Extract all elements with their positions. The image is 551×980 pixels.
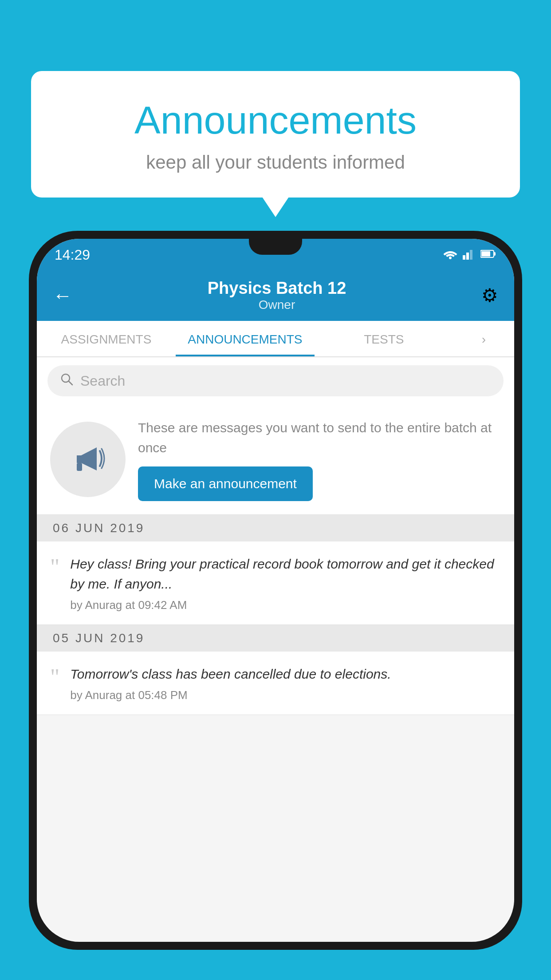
announcement-item-1[interactable]: " Hey class! Bring your practical record… — [37, 541, 514, 625]
svg-rect-6 — [494, 252, 496, 256]
tab-bar: ASSIGNMENTS ANNOUNCEMENTS TESTS › — [37, 321, 514, 357]
quote-icon-1: " — [50, 556, 59, 579]
svg-line-8 — [69, 381, 72, 385]
svg-rect-9 — [77, 463, 82, 471]
date-separator-2: 05 JUN 2019 — [37, 625, 514, 652]
announcement-promo: These are messages you want to send to t… — [37, 404, 514, 515]
back-button[interactable]: ← — [53, 285, 72, 307]
status-icons — [443, 248, 496, 261]
date-separator-1: 06 JUN 2019 — [37, 515, 514, 541]
announcement-item-2[interactable]: " Tomorrow's class has been cancelled du… — [37, 652, 514, 715]
announcements-title: Announcements — [53, 98, 498, 143]
tab-announcements[interactable]: ANNOUNCEMENTS — [176, 321, 315, 356]
tab-more[interactable]: › — [453, 321, 514, 356]
phone-notch — [249, 239, 302, 255]
tab-tests[interactable]: TESTS — [315, 321, 453, 356]
announcement-content-1: Hey class! Bring your practical record b… — [70, 554, 501, 612]
gear-icon[interactable]: ⚙ — [481, 285, 498, 306]
phone-outer: 14:29 — [29, 231, 522, 950]
search-bar[interactable]: Search — [47, 365, 504, 396]
search-container: Search — [37, 357, 514, 404]
announcements-subtitle: keep all your students informed — [53, 152, 498, 173]
megaphone-icon — [68, 439, 108, 480]
announcement-text-2: Tomorrow's class has been cancelled due … — [70, 664, 501, 684]
announcement-meta-2: by Anurag at 05:48 PM — [70, 688, 501, 702]
header-subtitle: Owner — [208, 298, 346, 312]
status-bar: 14:29 — [37, 239, 514, 271]
svg-rect-3 — [470, 250, 472, 260]
announcement-content-2: Tomorrow's class has been cancelled due … — [70, 664, 501, 702]
status-time: 14:29 — [55, 247, 90, 263]
header-center: Physics Batch 12 Owner — [208, 279, 346, 312]
svg-rect-5 — [481, 251, 490, 257]
phone-wrapper: 14:29 — [29, 231, 522, 980]
make-announcement-button[interactable]: Make an announcement — [138, 466, 313, 501]
promo-description: These are messages you want to send to t… — [138, 418, 501, 458]
signal-icon — [463, 248, 475, 261]
search-icon — [60, 372, 73, 389]
promo-icon-circle — [50, 422, 126, 497]
quote-icon-2: " — [50, 666, 59, 689]
svg-rect-1 — [463, 255, 465, 260]
announcement-text-1: Hey class! Bring your practical record b… — [70, 554, 501, 594]
speech-bubble: Announcements keep all your students inf… — [31, 71, 520, 198]
svg-rect-2 — [466, 253, 469, 260]
header-title: Physics Batch 12 — [208, 279, 346, 298]
phone-inner: 14:29 — [37, 239, 514, 942]
announcement-meta-1: by Anurag at 09:42 AM — [70, 598, 501, 612]
battery-icon — [480, 249, 496, 260]
svg-point-0 — [449, 257, 452, 259]
wifi-icon — [443, 249, 457, 261]
app-header: ← Physics Batch 12 Owner ⚙ — [37, 271, 514, 321]
tab-assignments[interactable]: ASSIGNMENTS — [37, 321, 176, 356]
search-placeholder: Search — [80, 373, 125, 389]
promo-content: These are messages you want to send to t… — [138, 418, 501, 501]
